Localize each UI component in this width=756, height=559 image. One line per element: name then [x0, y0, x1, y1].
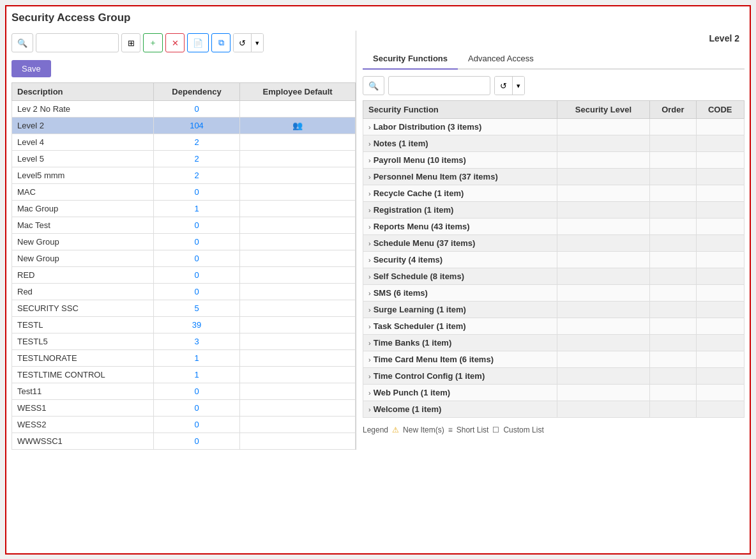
- cell-func-label: ›Web Punch (1 item): [363, 385, 557, 401]
- list-item[interactable]: ›Reports Menu (43 items): [363, 218, 745, 235]
- history-button[interactable]: ↺: [234, 34, 251, 52]
- add-button[interactable]: ＋: [143, 33, 163, 52]
- list-item[interactable]: ›Recycle Cache (1 item): [363, 185, 745, 202]
- legend: Legend ⚠ New Item(s) ≡ Short List ☐ Cust…: [363, 423, 745, 437]
- cell-code: [696, 318, 744, 335]
- cell-dependency: 2: [153, 167, 239, 184]
- table-row[interactable]: RED 0: [12, 267, 356, 284]
- list-item[interactable]: ›Schedule Menu (37 items): [363, 235, 745, 252]
- table-row[interactable]: TESTL5 3: [12, 333, 356, 350]
- list-item[interactable]: ›Surge Learning (1 item): [363, 302, 745, 318]
- cell-dependency: 1: [153, 350, 239, 367]
- left-toolbar: 🔍 ⊞ ＋ ✕ 📄 ⧉ ↺ ▾: [11, 31, 356, 55]
- list-item[interactable]: ›Registration (1 item): [363, 202, 745, 218]
- grid-view-button[interactable]: ⊞: [121, 33, 140, 52]
- table-row[interactable]: TESTLNORATE 1: [12, 350, 356, 367]
- expand-icon: ›: [368, 356, 371, 364]
- expand-icon: ›: [368, 306, 371, 314]
- list-item[interactable]: ›SMS (6 items): [363, 285, 745, 302]
- cell-code: [696, 351, 744, 368]
- cell-description: SECURITY SSC: [12, 300, 154, 317]
- list-item[interactable]: ›Time Banks (1 item): [363, 335, 745, 351]
- list-item[interactable]: ›Web Punch (1 item): [363, 385, 745, 401]
- left-search-input[interactable]: [36, 33, 119, 52]
- cell-sec-level: [557, 318, 649, 335]
- list-item[interactable]: ›Welcome (1 item): [363, 401, 745, 418]
- right-search-input[interactable]: [388, 76, 490, 95]
- list-item[interactable]: ›Security (4 items): [363, 252, 745, 268]
- history-dropdown[interactable]: ▾: [251, 34, 263, 52]
- cell-func-label: ›Personnel Menu Item (37 items): [363, 169, 557, 185]
- page-container: Security Access Group 🔍 ⊞ ＋ ✕ 📄 ⧉ ↺ ▾ Sa…: [5, 5, 751, 555]
- table-row[interactable]: WESS1 0: [12, 400, 356, 417]
- table-row[interactable]: Level 5 2: [12, 151, 356, 167]
- history-split-button[interactable]: ↺ ▾: [233, 33, 264, 52]
- cell-sec-level: [557, 202, 649, 218]
- cell-description: WESS2: [12, 417, 154, 433]
- list-item[interactable]: ›Notes (1 item): [363, 135, 745, 152]
- search-button[interactable]: 🔍: [11, 33, 33, 52]
- table-row[interactable]: New Group 0: [12, 250, 356, 267]
- expand-icon: ›: [368, 339, 371, 347]
- expand-icon: ›: [368, 123, 371, 131]
- expand-icon: ›: [368, 323, 371, 330]
- expand-icon: ›: [368, 240, 371, 247]
- save-row: Save: [11, 60, 356, 82]
- cell-emp-default: [240, 101, 356, 118]
- cell-dependency: 0: [153, 417, 239, 433]
- table-row[interactable]: Level 4 2: [12, 134, 356, 151]
- table-row[interactable]: WWWSSC1 0: [12, 433, 356, 450]
- expand-icon: ›: [368, 389, 371, 397]
- table-row[interactable]: Lev 2 No Rate 0: [12, 101, 356, 118]
- list-item[interactable]: ›Payroll Menu (10 items): [363, 152, 745, 169]
- cell-emp-default: [240, 201, 356, 217]
- tab-advanced-access[interactable]: Advanced Access: [458, 49, 544, 70]
- cell-order: [650, 169, 696, 185]
- table-row[interactable]: Red 0: [12, 284, 356, 300]
- table-row[interactable]: TESTL 39: [12, 317, 356, 333]
- cell-description: Level 5: [12, 151, 154, 167]
- table-row[interactable]: TESTLTIME CONTROL 1: [12, 367, 356, 383]
- cell-func-label: ›Security (4 items): [363, 252, 557, 268]
- save-button[interactable]: Save: [11, 60, 51, 77]
- list-item[interactable]: ›Time Control Config (1 item): [363, 368, 745, 385]
- cell-order: [650, 252, 696, 268]
- cell-emp-default: [240, 250, 356, 267]
- cell-order: [650, 268, 696, 285]
- list-item[interactable]: ›Labor Distribution (3 items): [363, 119, 745, 135]
- col-description: Description: [12, 83, 154, 101]
- cell-sec-level: [557, 401, 649, 418]
- right-history-dropdown[interactable]: ▾: [512, 77, 524, 95]
- cell-emp-default: [240, 284, 356, 300]
- expand-icon: ›: [368, 190, 371, 197]
- right-history-split-button[interactable]: ↺ ▾: [494, 76, 525, 95]
- cell-order: [650, 152, 696, 169]
- cell-emp-default: [240, 433, 356, 450]
- list-item[interactable]: ›Task Scheduler (1 item): [363, 318, 745, 335]
- table-row[interactable]: Level 2 104 👥: [12, 118, 356, 134]
- cell-dependency: 0: [153, 267, 239, 284]
- table-row[interactable]: Test11 0: [12, 383, 356, 400]
- func-table: Security Function Security Level Order C…: [363, 100, 745, 418]
- tab-security-functions[interactable]: Security Functions: [363, 49, 458, 70]
- table-row[interactable]: MAC 0: [12, 184, 356, 201]
- list-item[interactable]: ›Personnel Menu Item (37 items): [363, 169, 745, 185]
- right-search-button[interactable]: 🔍: [363, 76, 384, 95]
- export-button[interactable]: 📄: [187, 33, 209, 52]
- table-row[interactable]: New Group 0: [12, 234, 356, 250]
- cell-func-label: ›Recycle Cache (1 item): [363, 185, 557, 202]
- cell-order: [650, 368, 696, 385]
- table-row[interactable]: Level5 mmm 2: [12, 167, 356, 184]
- list-item[interactable]: ›Time Card Menu Item (6 items): [363, 351, 745, 368]
- table-row[interactable]: Mac Test 0: [12, 217, 356, 234]
- table-row[interactable]: SECURITY SSC 5: [12, 300, 356, 317]
- cell-dependency: 39: [153, 317, 239, 333]
- cell-description: Mac Test: [12, 217, 154, 234]
- copy-button[interactable]: ⧉: [211, 33, 231, 52]
- table-row[interactable]: WESS2 0: [12, 417, 356, 433]
- right-history-button[interactable]: ↺: [495, 77, 512, 95]
- cell-emp-default: [240, 184, 356, 201]
- delete-button[interactable]: ✕: [165, 33, 185, 52]
- list-item[interactable]: ›Self Schedule (8 items): [363, 268, 745, 285]
- table-row[interactable]: Mac Group 1: [12, 201, 356, 217]
